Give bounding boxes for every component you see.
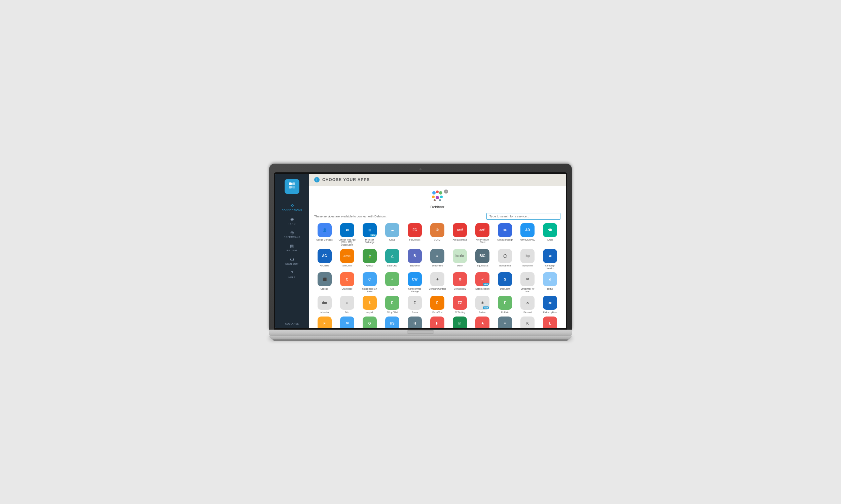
app-item-fullcontact[interactable]: FCFullContact: [404, 223, 425, 246]
app-item-freshsales[interactable]: FFreshsales: [314, 317, 335, 328]
app-item-amocrm[interactable]: amoamoCRM: [337, 249, 357, 270]
sidebar-item-referrals[interactable]: ◎ REFERRALS: [275, 228, 309, 241]
app-item-aircall[interactable]: ☎Aircall: [540, 223, 561, 246]
app-item-desk[interactable]: SDesk.com: [495, 272, 515, 293]
sidebar-item-connections[interactable]: ⟲ CONNECTIONS: [275, 201, 309, 214]
app-item-campaign-monitor[interactable]: ✉Campaign Monitor: [540, 249, 561, 270]
app-item-bexio[interactable]: bexiobexio: [450, 249, 470, 270]
app-item-kustomer[interactable]: KKustomer: [517, 317, 538, 328]
sign-out-icon: ⏻: [290, 257, 294, 262]
app-icon-fullcontact: FC: [408, 223, 422, 237]
sidebar-item-team[interactable]: ◉ TEAM: [275, 214, 309, 228]
debitoor-name: Debitoor: [430, 205, 444, 209]
sign-out-label: SIGN OUT: [285, 263, 299, 265]
app-item-base-crm[interactable]: △Base CRM: [382, 249, 402, 270]
app-item-factern[interactable]: ✳NEWFactern: [472, 296, 493, 314]
app-item-finfolio[interactable]: FFinFolio: [495, 296, 515, 314]
app-item-direct-mail[interactable]: ✉Direct Mail for Mac: [517, 272, 538, 293]
app-item-apptivo[interactable]: 🍃Apptivo: [359, 249, 380, 270]
app-item-google-contacts[interactable]: 👤Google Contacts: [314, 223, 335, 246]
app-item-connectwise[interactable]: CWConnectWise Manage: [404, 272, 425, 293]
app-item-driftup[interactable]: ddriftup: [540, 272, 561, 293]
app-item-clio[interactable]: ✓Clio: [382, 272, 402, 293]
app-item-ms-exchange[interactable]: ⊞NEWMicrosoft Exchange: [359, 223, 380, 246]
app-icon-drip: ☺: [340, 296, 354, 310]
app-item-act-premium[interactable]: act!Act! Premium Cloud: [472, 223, 493, 246]
app-item-benchmark[interactable]: ≡Benchmark: [427, 249, 447, 270]
app-icon-efficy-crm: E: [385, 296, 399, 310]
app-name-aircall: Aircall: [547, 238, 553, 241]
app-icon-highrise: H: [408, 317, 422, 328]
app-icon-espo-crm: E: [430, 296, 444, 310]
sidebar-item-billing[interactable]: ▤ BILLING: [275, 241, 309, 254]
app-item-ez-texting[interactable]: EZEZ Texting: [450, 296, 470, 314]
app-item-help-scout[interactable]: HSHelp Scout: [382, 317, 402, 328]
app-item-leadmaster[interactable]: LLeadMaster: [540, 317, 561, 328]
team-icon: ◉: [290, 217, 294, 221]
app-item-1crm[interactable]: ①1CRM: [427, 223, 447, 246]
svg-point-10: [434, 199, 436, 201]
app-item-dotmailer[interactable]: dmdotmailer: [314, 296, 335, 314]
app-item-active-campaign[interactable]: ≫ActiveCampaign: [495, 223, 515, 246]
app-item-bpmonline[interactable]: bpbpmonline: [517, 249, 538, 270]
app-icon-connectwise: CW: [408, 272, 422, 286]
app-item-batchbook[interactable]: BBatchbook: [404, 249, 425, 270]
app-item-groove[interactable]: GGroove: [359, 317, 380, 328]
app-item-insightly[interactable]: ★Insightly: [472, 317, 493, 328]
app-item-flexmail[interactable]: ✕Flexmail: [517, 296, 538, 314]
logo[interactable]: [285, 179, 299, 194]
app-icon-help-scout: HS: [385, 317, 399, 328]
app-icon-insightly: ★: [475, 317, 490, 328]
app-item-emma[interactable]: EEmma: [404, 296, 425, 314]
app-name-bexio: bexio: [457, 265, 463, 267]
app-item-clarabridge-cx[interactable]: CClarabridge CX Social: [359, 272, 380, 293]
app-name-icloud: iCloud: [389, 238, 395, 241]
webcam: [419, 168, 422, 170]
svg-rect-0: [289, 182, 292, 185]
app-item-intercom[interactable]: ≡Intercom: [495, 317, 515, 328]
app-item-data-validation[interactable]: ✓NEWDataValidation: [472, 272, 493, 293]
app-name-clio: Clio: [390, 288, 394, 290]
app-icon-apptivo: 🍃: [363, 249, 377, 263]
app-item-chargebee[interactable]: CChargebee: [337, 272, 357, 293]
app-item-highrise[interactable]: HHighrise: [404, 317, 425, 328]
app-item-infusionsoft[interactable]: InInfusionsoft: [450, 317, 470, 328]
app-item-outlook-web[interactable]: ✉Outlook Web App (Office 365) / Outlook.…: [337, 223, 357, 246]
app-item-act-essentials[interactable]: act!Act! Essentials: [450, 223, 470, 246]
app-item-followupboss[interactable]: ≫FollowUpBoss: [540, 296, 561, 314]
app-item-espo-crm[interactable]: EEspoCRM: [427, 296, 447, 314]
app-icon-contactually: ⚙: [453, 272, 467, 286]
app-icon-aircall: ☎: [543, 223, 557, 237]
referrals-label: REFERRALS: [284, 236, 300, 238]
app-item-capsule[interactable]: ⬛Capsule: [314, 272, 335, 293]
trackpad: [407, 330, 434, 334]
app-item-icloud[interactable]: ☁iCloud: [382, 223, 402, 246]
close-debitoor-button[interactable]: ×: [444, 190, 448, 194]
app-icon-outlook-web: ✉: [340, 223, 354, 237]
app-name-factern: Factern: [479, 311, 486, 314]
app-item-contactually[interactable]: ⚙Contactually: [450, 272, 470, 293]
apps-area[interactable]: × Debitoor These services are available …: [309, 186, 566, 328]
sidebar-item-help[interactable]: ? HELP: [275, 268, 309, 281]
app-item-hubspot[interactable]: HHubSpot / HubSpot CRM: [427, 317, 447, 328]
sidebar-item-sign-out[interactable]: ⏻ SIGN OUT: [275, 254, 309, 268]
app-item-allclients[interactable]: ACAllClients: [314, 249, 335, 270]
app-item-getresponse[interactable]: ✉GetResponse: [337, 317, 357, 328]
app-item-bombbomb[interactable]: ◯BombBomb: [495, 249, 515, 270]
collapse-button[interactable]: COLLAPSE: [285, 323, 299, 328]
laptop-bottom-strip: [269, 330, 572, 336]
app-icon-active-campaign: ≫: [498, 223, 512, 237]
app-name-capsule: Capsule: [321, 288, 329, 290]
app-name-constant-contact: Constant Contact: [429, 288, 446, 290]
app-item-drip[interactable]: ☺Drip: [337, 296, 357, 314]
app-item-efficy-crm[interactable]: EEfficy CRM: [382, 296, 402, 314]
app-name-benchmark: Benchmark: [432, 265, 443, 267]
app-item-constant-contact[interactable]: ✦Constant Contact: [427, 272, 447, 293]
svg-point-5: [436, 191, 439, 193]
info-icon: i: [314, 177, 320, 182]
app-item-bigcontacts[interactable]: BIGBigContacts: [472, 249, 493, 270]
app-item-active-demand[interactable]: ADActiveDEMAND: [517, 223, 538, 246]
service-search-input[interactable]: [486, 213, 561, 220]
app-item-easybill[interactable]: €easybill: [359, 296, 380, 314]
app-name-active-demand: ActiveDEMAND: [520, 238, 535, 241]
